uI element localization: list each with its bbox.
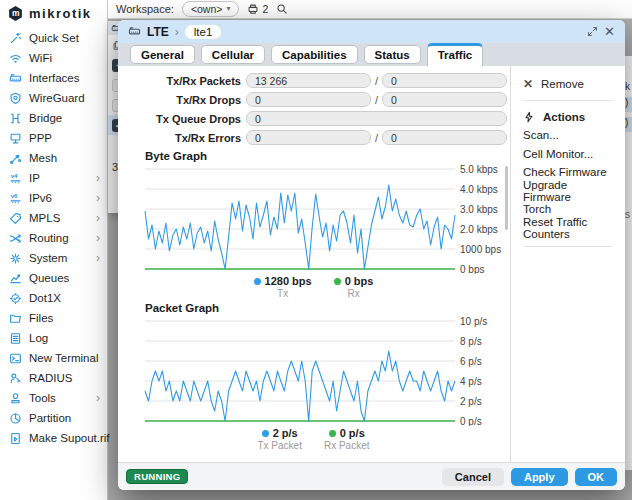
cancel-button[interactable]: Cancel [442, 468, 504, 486]
legend-entry: 1280 bpsTx [254, 275, 312, 299]
remove-label: Remove [541, 78, 584, 90]
field-input[interactable]: 13 266 [246, 73, 371, 88]
sidebar-item-wifi[interactable]: WiFi [0, 48, 107, 68]
sidebar-item-wireguard[interactable]: WireGuard [0, 88, 107, 108]
sidebar-item-files[interactable]: Files [0, 308, 107, 328]
sidebar-item-mesh[interactable]: Mesh [0, 148, 107, 168]
sidebar-item-partition[interactable]: Partition [0, 408, 107, 428]
tab-traffic[interactable]: Traffic [427, 43, 484, 66]
actions-panel: ✕RemoveActionsScan...Cell Monitor...Chec… [510, 66, 625, 462]
sidebar-item-label: Interfaces [29, 72, 80, 84]
remove-button[interactable]: ✕Remove [523, 75, 613, 93]
search-button[interactable] [276, 3, 288, 15]
log-icon [8, 331, 22, 345]
graph-title-byte-graph: Byte Graph [145, 150, 510, 164]
ok-button[interactable]: OK [575, 468, 618, 486]
wand-icon [8, 31, 22, 45]
action-item-upgrade-firmware[interactable]: Upgrade Firmware [523, 182, 613, 201]
workspace-select[interactable]: <own> ▾ [182, 1, 240, 17]
v6-icon: v6 [8, 191, 22, 205]
field-input[interactable]: 0 [246, 92, 371, 107]
sidebar-item-label: Mesh [29, 152, 57, 164]
legend-series-name: Rx Packet [324, 440, 370, 451]
sidebar-item-queues[interactable]: Queues [0, 268, 107, 288]
sidebar: m mikrotik Quick SetWiFiInterfacesWireGu… [0, 0, 108, 500]
sidebar-item-quick-set[interactable]: Quick Set [0, 28, 107, 48]
action-item-reset-traffic-counters[interactable]: Reset Traffic Counters [523, 219, 613, 238]
sidebar-item-ppp[interactable]: PPP [0, 128, 107, 148]
sidebar-item-system[interactable]: System› [0, 248, 107, 268]
breadcrumb-separator: › [175, 25, 179, 39]
sidebar-item-bridge[interactable]: Bridge [0, 108, 107, 128]
byte-graph-legend: 1280 bpsTx0 bpsRx [118, 275, 482, 299]
sidebar-item-new-terminal[interactable]: New Terminal [0, 348, 107, 368]
sidebar-item-dot1x[interactable]: Dot1X [0, 288, 107, 308]
sidebar-item-label: IPv6 [29, 192, 52, 204]
svg-text:2.0 kbps: 2.0 kbps [460, 224, 498, 235]
graph-title-packet-graph: Packet Graph [145, 302, 510, 316]
tab-cellular[interactable]: Cellular [201, 45, 265, 64]
apply-button[interactable]: Apply [511, 468, 568, 486]
sidebar-item-ipv6[interactable]: v6IPv6› [0, 188, 107, 208]
panel-divider [523, 100, 613, 101]
sidebar-item-label: Bridge [29, 112, 62, 124]
field-row-tx-rx-drops: Tx/Rx Drops0/0 [118, 90, 510, 109]
sidebar-item-interfaces[interactable]: Interfaces [0, 68, 107, 88]
doc-icon [8, 431, 22, 445]
radius-icon [8, 371, 22, 385]
close-icon[interactable]: ✕ [604, 25, 615, 38]
tab-capabilities[interactable]: Capabilities [271, 45, 358, 64]
lightning-icon [523, 111, 535, 123]
sidebar-item-tools[interactable]: Tools› [0, 388, 107, 408]
sidebar-item-label: Make Supout.rif [29, 432, 110, 444]
packet-graph-plot: 0 p/s2 p/s4 p/s6 p/s8 p/s10 p/s [118, 316, 510, 426]
expand-icon[interactable] [587, 26, 598, 37]
field-row-tx-queue-drops: Tx Queue Drops0 [118, 109, 510, 128]
chevron-right-icon: › [96, 212, 100, 224]
legend-current-value: 1280 bps [265, 275, 312, 287]
traffic-fields: Tx/Rx Packets13 266/0Tx/Rx Drops0/0Tx Qu… [118, 71, 510, 147]
field-input[interactable]: 0 [382, 92, 507, 107]
legend-dot-icon [254, 278, 261, 285]
sidebar-nav: Quick SetWiFiInterfacesWireGuardBridgePP… [0, 28, 107, 448]
field-row-tx-rx-packets: Tx/Rx Packets13 266/0 [118, 71, 510, 90]
tools-icon [8, 391, 22, 405]
windows-button[interactable]: 2 [247, 3, 268, 15]
scrollbar-thumb[interactable] [505, 166, 508, 230]
dialog-titlebar[interactable]: LTE › lte1 ✕ [118, 20, 625, 43]
wifi-icon [8, 51, 22, 65]
svg-text:v4: v4 [10, 172, 17, 179]
sidebar-item-label: New Terminal [29, 352, 98, 364]
legend-dot-icon [334, 278, 341, 285]
tab-general[interactable]: General [130, 45, 195, 64]
sidebar-item-mpls[interactable]: MPLS› [0, 208, 107, 228]
monitor-icon [8, 131, 22, 145]
action-item-cell-monitor[interactable]: Cell Monitor... [523, 145, 613, 164]
sliver-text: k [625, 81, 632, 92]
svg-text:0 bps: 0 bps [460, 264, 484, 275]
action-item-scan[interactable]: Scan... [523, 126, 613, 145]
tab-status[interactable]: Status [364, 45, 421, 64]
field-row-tx-rx-errors: Tx/Rx Errors0/0 [118, 128, 510, 147]
field-label: Tx Queue Drops [118, 113, 241, 125]
dot1x-icon [8, 291, 22, 305]
sidebar-item-label: Partition [29, 412, 71, 424]
sidebar-item-routing[interactable]: Routing› [0, 228, 107, 248]
slash-separator: / [375, 132, 378, 144]
svg-text:4 p/s: 4 p/s [460, 376, 482, 387]
field-input[interactable]: 0 [382, 73, 507, 88]
terminal-icon [8, 351, 22, 365]
sidebar-item-make-supout-rif[interactable]: Make Supout.rif [0, 428, 107, 448]
sidebar-item-log[interactable]: Log [0, 328, 107, 348]
sidebar-item-ip[interactable]: v4IP› [0, 168, 107, 188]
field-input[interactable]: 0 [246, 130, 371, 145]
pie-icon [8, 411, 22, 425]
sidebar-item-radius[interactable]: RADIUS [0, 368, 107, 388]
field-input[interactable]: 0 [382, 130, 507, 145]
chevron-right-icon: › [96, 192, 100, 204]
chevron-right-icon: › [96, 252, 100, 264]
legend-dot-icon [329, 430, 336, 437]
background-table-sliver: k ) ) s [625, 56, 632, 470]
packet-graph-svg: 0 p/s2 p/s4 p/s6 p/s8 p/s10 p/s [118, 316, 510, 426]
field-input[interactable]: 0 [246, 111, 507, 126]
